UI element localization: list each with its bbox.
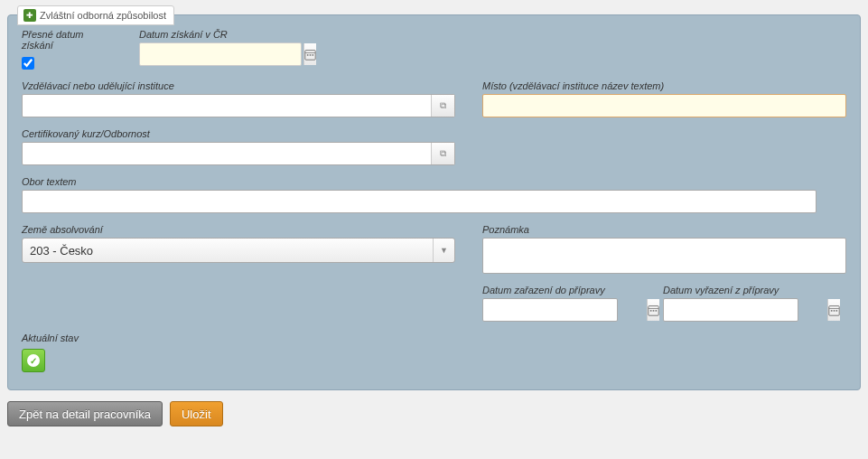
obor-input[interactable] xyxy=(22,190,817,213)
button-bar: Zpět na detail pracovníka Uložit xyxy=(7,401,861,426)
instituce-picker[interactable]: ⧉ xyxy=(22,94,455,117)
label-kurz: Certifikovaný kurz/Odbornost xyxy=(22,128,455,139)
svg-rect-13 xyxy=(834,310,835,312)
label-misto: Místo (vzdělávací instituce název textem… xyxy=(482,80,846,91)
svg-rect-12 xyxy=(831,310,833,312)
svg-rect-4 xyxy=(313,54,314,56)
back-button[interactable]: Zpět na detail pracovníka xyxy=(7,401,163,426)
save-button[interactable]: Uložit xyxy=(170,401,223,426)
label-zeme: Země absolvování xyxy=(22,224,455,235)
svg-rect-14 xyxy=(836,310,838,312)
legend-text: Zvláštní odborná způsobilost xyxy=(40,10,166,21)
back-button-label: Zpět na detail pracovníka xyxy=(19,407,151,421)
label-datum-zarazeni: Datum zařazení do přípravy xyxy=(482,285,618,295)
svg-rect-8 xyxy=(653,310,655,312)
label-presne-datum: Přesné datum získání xyxy=(22,29,112,51)
poznamka-textarea[interactable] xyxy=(482,238,846,274)
plus-badge-icon xyxy=(23,9,36,22)
kurz-picker[interactable]: ⧉ xyxy=(22,142,455,165)
presne-datum-checkbox[interactable] xyxy=(22,57,34,70)
datum-zarazeni-field[interactable] xyxy=(482,298,618,322)
datum-zarazeni-input[interactable] xyxy=(483,299,647,321)
instituce-input[interactable] xyxy=(23,95,431,117)
calendar-icon[interactable] xyxy=(827,299,840,321)
label-instituce: Vzdělávací nebo udělující instituce xyxy=(22,80,455,91)
label-obor: Obor textem xyxy=(22,176,846,187)
label-aktualni-stav: Aktuální stav xyxy=(22,333,79,343)
save-button-label: Uložit xyxy=(182,407,211,421)
svg-rect-3 xyxy=(310,54,312,56)
zeme-value: 203 - Česko xyxy=(23,242,433,259)
chevron-down-icon[interactable]: ▼ xyxy=(433,239,454,262)
datum-ziskani-field[interactable] xyxy=(139,42,302,66)
panel-legend: Zvláštní odborná způsobilost xyxy=(17,5,174,25)
datum-vyrazeni-input[interactable] xyxy=(664,299,827,321)
status-ok-icon: ✓ xyxy=(22,349,45,372)
kurz-input[interactable] xyxy=(23,143,431,164)
datum-ziskani-input[interactable] xyxy=(140,43,303,65)
svg-rect-7 xyxy=(650,310,652,312)
label-datum-vyrazeni: Datum vyřazení z přípravy xyxy=(663,285,798,295)
zeme-select[interactable]: 203 - Česko ▼ xyxy=(22,238,455,263)
label-poznamka: Poznámka xyxy=(482,224,846,235)
svg-rect-9 xyxy=(656,310,658,312)
label-datum-ziskani: Datum získání v ČR xyxy=(139,29,302,40)
calendar-icon[interactable] xyxy=(303,43,316,65)
popup-icon[interactable]: ⧉ xyxy=(431,143,454,164)
calendar-icon[interactable] xyxy=(647,299,659,321)
datum-vyrazeni-field[interactable] xyxy=(663,298,798,322)
form-panel: Zvláštní odborná způsobilost Přesné datu… xyxy=(7,14,861,390)
popup-icon[interactable]: ⧉ xyxy=(431,95,454,117)
misto-input[interactable] xyxy=(482,94,846,117)
svg-rect-2 xyxy=(307,54,309,56)
